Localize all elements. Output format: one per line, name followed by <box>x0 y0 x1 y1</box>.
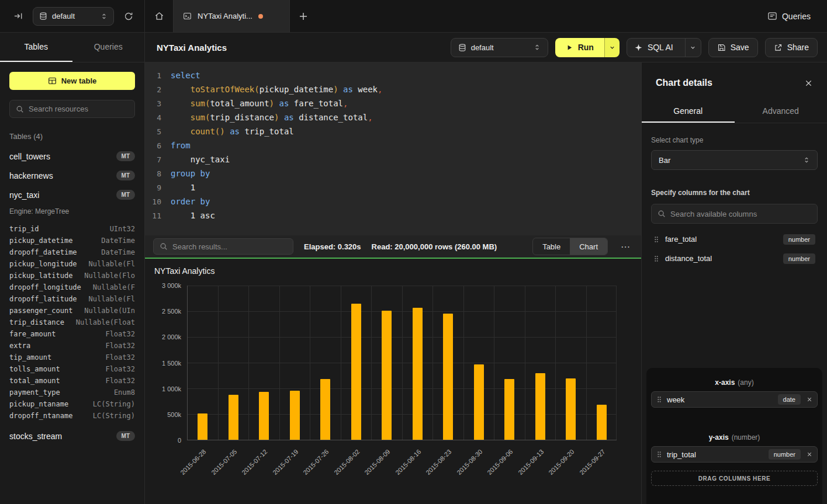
y-axis-hint: (number) <box>732 433 760 442</box>
code-text: count() as trip_total <box>171 127 294 136</box>
table-column-row[interactable]: extraFloat32 <box>9 340 135 352</box>
editor-line: 4 sum(trip_distance) as distance_total, <box>145 110 641 124</box>
topbar-database-value: default <box>52 12 75 20</box>
table-column-row[interactable]: fare_amountFloat32 <box>9 328 135 340</box>
editor-line: 8group by <box>145 166 641 180</box>
panel-tab-advanced[interactable]: Advanced <box>735 100 827 123</box>
table-column-row[interactable]: pickup_ntanameLC(String) <box>9 398 135 410</box>
table-column-row[interactable]: passenger_countNullable(UIn <box>9 305 135 317</box>
results-search[interactable] <box>153 238 293 255</box>
elapsed-stat: Elapsed: 0.320s <box>304 242 361 251</box>
table-item-nyc-taxi[interactable]: nyc_taxi MT <box>9 185 135 204</box>
home-tab[interactable] <box>145 0 173 32</box>
table-column-row[interactable]: trip_distanceNullable(Float <box>9 317 135 328</box>
remove-column-icon[interactable] <box>807 451 812 457</box>
query-database-selector[interactable]: default <box>451 38 548 57</box>
column-name: pickup_datetime <box>9 237 72 245</box>
table-column-row[interactable]: total_amountFloat32 <box>9 375 135 387</box>
table-item-hackernews[interactable]: hackernews MT <box>9 166 135 185</box>
chart-slot <box>555 286 586 440</box>
code-text: nyc_taxi <box>171 155 230 164</box>
table-column-row[interactable]: pickup_datetimeDateTime <box>9 235 135 246</box>
chart-slot <box>432 286 463 440</box>
chart-bars <box>188 286 617 440</box>
table-column-row[interactable]: trip_idUInt32 <box>9 223 135 235</box>
x-axis-column-row[interactable]: week date <box>651 391 818 408</box>
x-tick-label: 2015-08-23 <box>424 448 452 476</box>
drag-handle-icon[interactable] <box>656 395 662 404</box>
sidebar-tab-queries[interactable]: Queries <box>72 33 145 62</box>
table-item-stocks-stream[interactable]: stocks_stream MT <box>9 426 135 446</box>
column-name: tip_amount <box>9 353 51 362</box>
new-table-button[interactable]: New table <box>9 72 135 90</box>
tab-title: NYTaxi Analyti... <box>198 12 252 20</box>
close-icon[interactable] <box>804 79 813 88</box>
table-column-row[interactable]: dropoff_longitudeNullable(F <box>9 281 135 293</box>
sidebar-tabs: Tables Queries <box>0 33 144 62</box>
line-number: 7 <box>145 155 161 164</box>
y-axis-column-name: trip_total <box>667 450 696 459</box>
code-text: order by <box>171 197 210 206</box>
chart-slot <box>494 286 525 440</box>
line-number: 5 <box>145 127 161 136</box>
columns-search[interactable] <box>651 204 818 224</box>
view-chart-button[interactable]: Chart <box>570 238 607 255</box>
table-column-row[interactable]: pickup_longitudeNullable(Fl <box>9 258 135 270</box>
tables-section-label: Tables (4) <box>9 132 135 141</box>
x-tick-label: 2015-07-12 <box>240 448 268 476</box>
drag-columns-dropzone[interactable]: DRAG COLUMNS HERE <box>651 471 818 486</box>
run-button[interactable]: Run <box>555 38 604 57</box>
sql-ai-button[interactable]: SQL AI <box>627 39 680 57</box>
run-options-button[interactable] <box>604 38 620 57</box>
more-options-button[interactable]: ⋯ <box>618 241 633 252</box>
x-axis-column-name: week <box>667 395 684 404</box>
line-number: 11 <box>145 211 161 220</box>
new-tab-button[interactable] <box>290 0 317 32</box>
queries-button[interactable]: Queries <box>767 11 827 21</box>
sql-ai-options-button[interactable] <box>685 39 701 57</box>
code-text: sum(trip_distance) as distance_total, <box>171 113 373 122</box>
table-item-cell-towers[interactable]: cell_towers MT <box>9 147 135 166</box>
table-column-row[interactable]: dropoff_latitudeNullable(Fl <box>9 293 135 305</box>
table-column-row[interactable]: tolls_amountFloat32 <box>9 363 135 375</box>
sidebar-tab-tables[interactable]: Tables <box>0 33 72 62</box>
column-type: Float32 <box>105 342 135 350</box>
table-column-row[interactable]: dropoff_datetimeDateTime <box>9 246 135 258</box>
share-button[interactable]: Share <box>765 38 818 57</box>
drag-handle-icon[interactable] <box>653 255 659 263</box>
x-axis-label: x-axis <box>715 378 735 387</box>
sidebar-search-input[interactable] <box>29 105 129 113</box>
remove-column-icon[interactable] <box>807 397 812 402</box>
drag-handle-icon[interactable] <box>653 235 659 244</box>
y-axis-column-row[interactable]: trip_total number <box>651 446 818 463</box>
view-table-button[interactable]: Table <box>533 238 570 255</box>
chevron-updown-icon <box>803 156 810 164</box>
available-column-row[interactable]: fare_totalnumber <box>651 230 818 249</box>
column-name: payment_type <box>9 388 60 397</box>
sql-editor[interactable]: 1select2 toStartOfWeek(pickup_datetime) … <box>145 62 641 235</box>
table-engine-label: Engine: MergeTree <box>9 204 135 218</box>
chart-type-label: Select chart type <box>651 136 818 144</box>
chart-plot <box>187 286 617 440</box>
chevron-updown-icon <box>101 12 108 20</box>
column-name: dropoff_latitude <box>9 295 77 303</box>
chart-type-select[interactable]: Bar <box>651 150 818 170</box>
available-column-row[interactable]: distance_totalnumber <box>651 249 818 268</box>
save-button[interactable]: Save <box>708 38 758 57</box>
sidebar-search[interactable] <box>9 100 135 118</box>
table-column-row[interactable]: tip_amountFloat32 <box>9 352 135 363</box>
x-axis-header: x-axis(any) <box>651 378 818 387</box>
table-column-row[interactable]: dropoff_ntanameLC(String) <box>9 410 135 422</box>
topbar-database-selector[interactable]: default <box>33 7 114 26</box>
column-name: pickup_ntaname <box>9 400 68 408</box>
columns-search-input[interactable] <box>670 210 811 218</box>
refresh-icon[interactable] <box>121 9 136 24</box>
sidebar-collapse-icon[interactable] <box>11 9 26 24</box>
table-column-row[interactable]: pickup_latitudeNullable(Flo <box>9 270 135 281</box>
table-column-row[interactable]: payment_typeEnum8 <box>9 387 135 398</box>
code-text: toStartOfWeek(pickup_datetime) as week, <box>171 85 383 94</box>
results-search-input[interactable] <box>172 242 287 251</box>
tab-nytaxi-analytics[interactable]: NYTaxi Analyti... <box>173 0 290 32</box>
drag-handle-icon[interactable] <box>656 450 662 458</box>
panel-tab-general[interactable]: General <box>642 100 735 123</box>
